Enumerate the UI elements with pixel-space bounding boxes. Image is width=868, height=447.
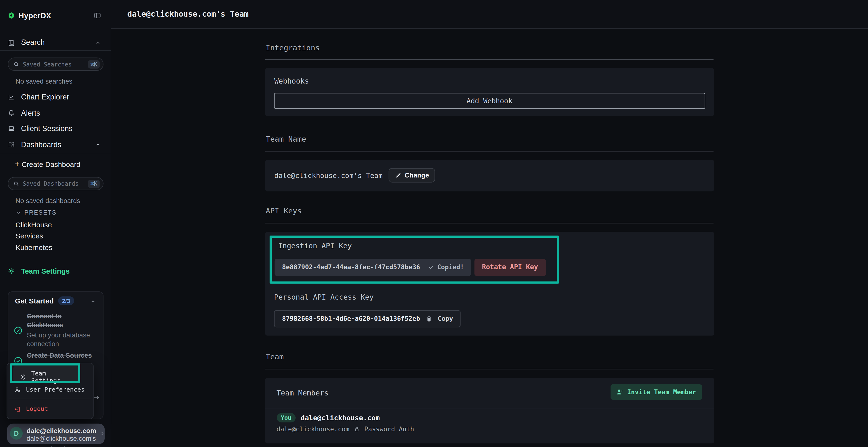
get-started-title: Get Started <box>15 297 54 305</box>
search-section-label: Search <box>21 38 44 46</box>
check-icon <box>428 264 434 271</box>
copied-label: Copied! <box>437 263 464 271</box>
collapse-sidebar-icon[interactable] <box>93 11 101 19</box>
sidebar-item-client-sessions[interactable]: Client Sessions <box>0 121 111 137</box>
chevron-up-icon[interactable] <box>95 40 101 46</box>
ingestion-api-key-chip[interactable]: 8e887902-4ed7-44ea-8fec-f47cd578be36 Cop… <box>274 259 471 276</box>
section-divider <box>265 151 714 151</box>
menu-item-user-preferences[interactable]: User Preferences <box>14 386 85 393</box>
rotate-api-key-button[interactable]: Rotate API Key <box>474 259 546 276</box>
section-divider <box>265 59 714 60</box>
sidebar-item-services[interactable]: Services <box>16 232 43 240</box>
menu-item-logout[interactable]: Logout <box>14 405 48 413</box>
copy-button-label[interactable]: Copy <box>438 314 453 322</box>
get-started-item[interactable]: Connect to ClickHouse Set up your databa… <box>13 312 100 348</box>
dashboards-icon <box>8 141 15 148</box>
avatar: D <box>10 427 23 440</box>
saved-dashboards-input[interactable] <box>23 180 88 187</box>
invite-team-member-button[interactable]: Invite Team Member <box>611 384 702 400</box>
saved-searches-input-wrap: ⌘K <box>8 58 103 71</box>
sidebar: HyperDX Search ⌘K No saved searches <box>0 0 111 447</box>
get-started-item-title: Create Data Sources <box>27 352 95 360</box>
menu-item-team-settings[interactable]: Team Settings <box>13 366 79 381</box>
presets-label: PRESETS <box>24 209 57 216</box>
copied-indicator: Copied! <box>428 263 464 271</box>
sidebar-item-team-settings[interactable]: Team Settings <box>0 264 111 278</box>
sidebar-border <box>111 28 111 447</box>
change-team-name-button[interactable]: Change <box>389 168 435 182</box>
user-account-button[interactable]: D dale@clickhouse.com dale@clickhouse.co… <box>7 424 104 444</box>
section-divider <box>265 223 714 223</box>
chart-icon <box>8 94 15 101</box>
plus-icon: + <box>15 159 20 168</box>
no-saved-dashboards-text: No saved dashboards <box>16 197 80 204</box>
member-auth-type: Password Auth <box>364 425 414 433</box>
sidebar-item-label: Chart Explorer <box>21 93 69 101</box>
chevron-up-icon[interactable] <box>90 299 96 304</box>
bell-icon <box>8 109 15 116</box>
laptop-icon <box>8 125 15 132</box>
sidebar-item-clickhouse[interactable]: ClickHouse <box>16 220 52 229</box>
lock-icon <box>354 426 360 433</box>
chevron-right-icon <box>100 431 105 437</box>
search-icon <box>13 181 19 187</box>
team-member-details: dale@clickhouse.com Password Auth <box>277 425 414 433</box>
shortcut-badge: ⌘K <box>88 179 100 187</box>
change-button-label: Change <box>405 171 429 179</box>
divider <box>0 153 111 154</box>
get-started-item-desc: Set up your database connection <box>27 331 95 348</box>
user-menu-popup: Team Settings User Preferences Logout <box>7 363 94 419</box>
card-divider <box>265 409 714 409</box>
app-logo-text: HyperDX <box>19 11 51 20</box>
section-divider <box>265 369 714 369</box>
get-started-item-title: Connect to ClickHouse <box>27 312 95 330</box>
team-member-row: You dale@clickhouse.com <box>277 413 380 422</box>
clipboard-icon <box>426 315 432 322</box>
pencil-icon <box>395 172 401 178</box>
sidebar-item-dashboards[interactable]: Dashboards <box>0 137 111 153</box>
add-webhook-button[interactable]: Add Webhook <box>274 93 705 109</box>
chevron-up-icon[interactable] <box>95 142 101 147</box>
section-heading-team: Team <box>266 352 284 361</box>
add-webhook-label: Add Webhook <box>467 97 513 105</box>
team-members-label: Team Members <box>277 388 329 397</box>
team-settings-link-label: Team Settings <box>21 267 70 275</box>
sidebar-item-label: Alerts <box>21 109 40 117</box>
sidebar-item-label: Client Sessions <box>21 125 72 133</box>
user-email: dale@clickhouse.com <box>27 426 96 434</box>
page-header: dale@clickhouse.com's Team <box>111 0 868 28</box>
logout-icon <box>14 406 21 412</box>
invite-team-member-label: Invite Team Member <box>627 388 696 396</box>
team-members-card: Team Members Invite Team Member You dale… <box>265 378 714 443</box>
personal-api-key-value: 87982668-58b1-4d6e-a620-014a136f52eb <box>282 314 420 322</box>
sidebar-item-chart-explorer[interactable]: Chart Explorer <box>0 89 111 105</box>
app-window: HyperDX Search ⌘K No saved searches <box>0 0 868 447</box>
sidebar-item-alerts[interactable]: Alerts <box>0 105 111 121</box>
menu-item-label: Logout <box>26 405 48 413</box>
ingestion-api-key-value: 8e887902-4ed7-44ea-8fec-f47cd578be36 <box>282 263 420 271</box>
sidebar-item-kubernetes[interactable]: Kubernetes <box>16 243 52 251</box>
ingestion-api-key-label: Ingestion API Key <box>278 241 352 249</box>
no-saved-searches-text: No saved searches <box>16 77 72 85</box>
presets-toggle[interactable]: PRESETS <box>0 207 111 217</box>
api-keys-card: Ingestion API Key 8e887902-4ed7-44ea-8fe… <box>265 232 714 335</box>
chevron-down-icon <box>16 210 21 215</box>
you-badge: You <box>277 413 296 422</box>
avatar-initial: D <box>14 429 19 437</box>
search-section-icon <box>8 39 15 47</box>
menu-item-label: Team Settings <box>31 370 79 384</box>
arrow-right-icon <box>93 394 100 401</box>
gear-icon <box>20 374 27 381</box>
progress-badge: 2/3 <box>58 297 74 305</box>
section-heading-team-name: Team Name <box>266 134 306 143</box>
saved-searches-input[interactable] <box>23 61 88 68</box>
clipped-bottom-text: Cloud? <box>45 445 70 447</box>
personal-api-key-chip[interactable]: 87982668-58b1-4d6e-a620-014a136f52eb Cop… <box>274 310 461 327</box>
team-name-card: dale@clickhouse.com's Team Change <box>265 160 714 191</box>
member-email: dale@clickhouse.com <box>277 425 349 433</box>
sidebar-item-label: Dashboards <box>21 140 61 148</box>
rotate-api-key-label: Rotate API Key <box>482 263 538 271</box>
create-dashboard-button[interactable]: + Create Dashboard <box>0 159 111 170</box>
sidebar-section-search[interactable]: Search <box>0 35 111 51</box>
search-icon <box>13 61 19 67</box>
